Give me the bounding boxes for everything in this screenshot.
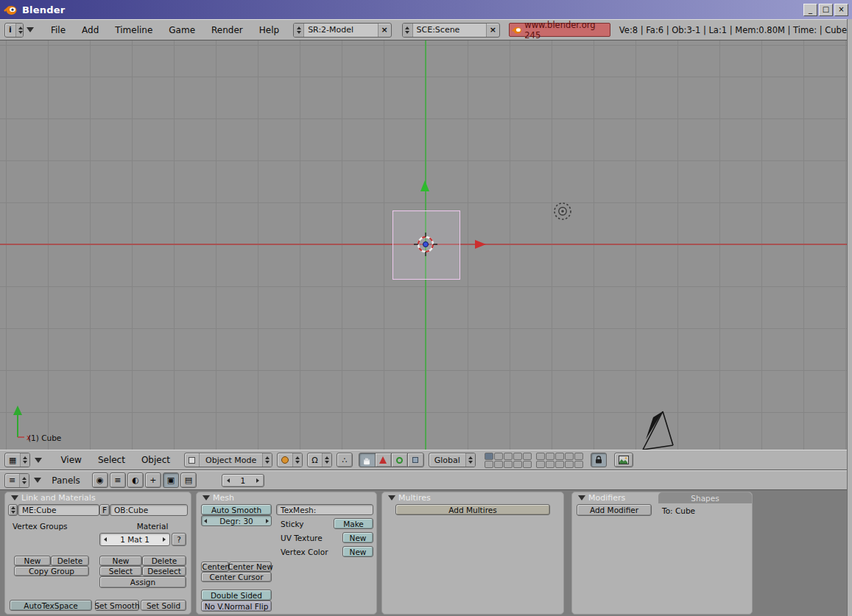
menu-timeline[interactable]: Timeline bbox=[107, 25, 161, 35]
degr-number-field[interactable]: Degr: 30 bbox=[201, 515, 272, 526]
degr-decrease-icon[interactable] bbox=[204, 519, 207, 523]
mat-prev-icon[interactable] bbox=[104, 537, 107, 542]
manipulator-translate-button[interactable] bbox=[375, 453, 392, 467]
logic-context-button[interactable]: ◉ bbox=[92, 472, 108, 488]
draw-type-selector[interactable] bbox=[277, 453, 303, 467]
editor-type-selector-3d[interactable]: ▦ bbox=[4, 453, 30, 467]
uv-texture-new-button[interactable]: New bbox=[342, 532, 373, 543]
scene-delete-icon[interactable]: × bbox=[486, 24, 499, 37]
window-resize-border[interactable] bbox=[847, 19, 852, 616]
fake-user-button[interactable]: F bbox=[99, 504, 110, 516]
mesh-browse-button[interactable] bbox=[8, 504, 18, 516]
version-banner[interactable]: www.blender.org 245 bbox=[509, 23, 610, 37]
manipulator-y-arrow[interactable] bbox=[420, 180, 429, 191]
layer-toggle[interactable] bbox=[565, 453, 574, 460]
mat-next-icon[interactable] bbox=[163, 537, 166, 542]
material-index-field[interactable]: 1 Mat 1 bbox=[99, 533, 170, 546]
3d-menu-collapse-icon[interactable] bbox=[35, 458, 42, 463]
no-vnormal-flip-toggle[interactable]: No V.Normal Flip bbox=[201, 601, 272, 612]
buttons-editor-stepper[interactable] bbox=[19, 474, 29, 487]
layer-toggle[interactable] bbox=[536, 461, 545, 468]
autotexspace-button[interactable]: AutoTexSpace bbox=[10, 600, 92, 611]
layer-toggle[interactable] bbox=[485, 453, 493, 460]
texmesh-field[interactable]: TexMesh: bbox=[276, 504, 373, 515]
frame-next-icon[interactable] bbox=[256, 478, 259, 483]
set-solid-button[interactable]: Set Solid bbox=[141, 600, 186, 611]
link-panel-header[interactable]: Link and Materials bbox=[5, 492, 191, 503]
mode-stepper[interactable] bbox=[262, 453, 272, 467]
material-delete-button[interactable]: Delete bbox=[142, 556, 186, 566]
add-multires-button[interactable]: Add Multires bbox=[395, 504, 550, 515]
mode-selector[interactable]: Object Mode bbox=[184, 453, 272, 467]
layer-toggle[interactable] bbox=[494, 453, 503, 460]
layer-toggle[interactable] bbox=[504, 461, 513, 468]
center-new-button[interactable]: Center New bbox=[229, 562, 272, 572]
center-cursor-button[interactable]: Center Cursor bbox=[201, 572, 272, 582]
manipulator-hand-button[interactable] bbox=[359, 453, 376, 467]
layer-toggle[interactable] bbox=[555, 461, 564, 468]
info-menu-collapse-icon[interactable] bbox=[27, 27, 34, 32]
screen-name-field[interactable]: SR:2-Model bbox=[303, 24, 377, 37]
auto-smooth-toggle[interactable]: Auto Smooth bbox=[201, 504, 272, 515]
editor-type-selector-buttons[interactable]: ≡ bbox=[4, 473, 29, 488]
frame-number-stepper[interactable]: 1 bbox=[222, 474, 264, 487]
layer-toggle[interactable] bbox=[546, 461, 554, 468]
degr-increase-icon[interactable] bbox=[266, 519, 269, 523]
proportional-edit-button[interactable]: ∴ bbox=[337, 453, 353, 467]
menu-object[interactable]: Object bbox=[133, 455, 178, 465]
lock-layers-button[interactable] bbox=[591, 453, 607, 467]
layer-toggle[interactable] bbox=[536, 453, 545, 460]
scene-context-button[interactable]: ▤ bbox=[180, 472, 197, 488]
scene-selector[interactable]: SCE:Scene × bbox=[402, 23, 500, 38]
menu-game[interactable]: Game bbox=[161, 25, 203, 35]
layer-toggle[interactable] bbox=[504, 453, 513, 460]
info-editor-stepper[interactable] bbox=[15, 24, 24, 37]
center-button[interactable]: Center bbox=[201, 562, 229, 572]
material-new-button[interactable]: New bbox=[99, 556, 142, 566]
assign-button[interactable]: Assign bbox=[99, 576, 186, 588]
menu-render[interactable]: Render bbox=[203, 25, 251, 35]
script-context-button[interactable]: ≡ bbox=[110, 472, 126, 488]
layer-toggle[interactable] bbox=[485, 461, 493, 468]
set-smooth-button[interactable]: Set Smooth bbox=[95, 600, 139, 611]
vertex-color-new-button[interactable]: New bbox=[342, 546, 373, 557]
menu-help[interactable]: Help bbox=[251, 25, 287, 35]
manipulator-scale-button[interactable] bbox=[407, 453, 424, 467]
3d-editor-stepper[interactable] bbox=[20, 453, 29, 467]
orientation-stepper[interactable] bbox=[465, 453, 475, 467]
select-button[interactable]: Select bbox=[99, 566, 142, 576]
vgroup-delete-button[interactable]: Delete bbox=[51, 556, 89, 566]
layer-toggle[interactable] bbox=[494, 461, 503, 468]
manipulator-x-arrow[interactable] bbox=[475, 240, 486, 249]
layer-toggle[interactable] bbox=[555, 453, 564, 460]
mesh-panel-header[interactable]: Mesh bbox=[197, 492, 376, 503]
object-origin-dot[interactable] bbox=[423, 241, 429, 247]
render-preview-button[interactable] bbox=[614, 453, 633, 467]
layer-toggle[interactable] bbox=[546, 453, 554, 460]
scene-name-field[interactable]: SCE:Scene bbox=[412, 24, 486, 37]
multires-panel-header[interactable]: Multires bbox=[382, 492, 563, 503]
screen-selector[interactable]: SR:2-Model × bbox=[293, 23, 391, 38]
material-question-button[interactable]: ? bbox=[172, 533, 186, 546]
layer-toggle[interactable] bbox=[523, 461, 532, 468]
buttons-menu-collapse-icon[interactable] bbox=[34, 478, 41, 483]
maximize-button[interactable]: □ bbox=[819, 4, 833, 16]
manipulator-rotate-button[interactable] bbox=[391, 453, 408, 467]
3d-viewport[interactable]: x (1) Cube bbox=[0, 40, 847, 450]
layer-toggle[interactable] bbox=[513, 461, 522, 468]
menu-view[interactable]: View bbox=[52, 455, 89, 465]
copy-group-button[interactable]: Copy Group bbox=[14, 566, 89, 576]
layer-toggle[interactable] bbox=[574, 453, 583, 460]
editor-type-selector-info[interactable]: i bbox=[4, 23, 24, 38]
object-context-button[interactable]: + bbox=[145, 472, 161, 488]
menu-file[interactable]: File bbox=[43, 25, 74, 35]
screen-delete-icon[interactable]: × bbox=[378, 24, 391, 37]
layer-toggle[interactable] bbox=[574, 461, 583, 468]
lamp-object[interactable] bbox=[552, 200, 574, 222]
frame-prev-icon[interactable] bbox=[227, 478, 230, 483]
screen-browse-stepper[interactable] bbox=[294, 24, 303, 37]
camera-object[interactable] bbox=[626, 407, 685, 450]
sticky-make-button[interactable]: Make bbox=[334, 518, 373, 529]
tab-shapes[interactable]: Shapes bbox=[658, 492, 752, 503]
vgroup-new-button[interactable]: New bbox=[14, 556, 51, 566]
